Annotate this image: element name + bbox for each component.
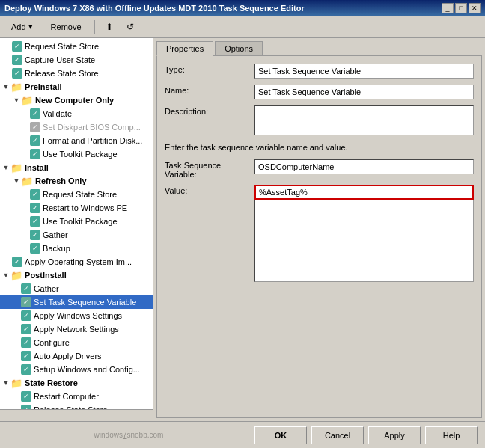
name-field[interactable] [254, 85, 474, 99]
tree-item-restart-computer[interactable]: ✓ Restart Computer [0, 390, 153, 403]
tree-item-format-partition[interactable]: ✓ Format and Partition Disk... [0, 134, 153, 147]
tree-label: New Computer Only [35, 96, 114, 105]
tree-item-postinstall[interactable]: ▼ 📁 PostInstall [0, 269, 153, 282]
cancel-button[interactable]: Cancel [311, 426, 364, 444]
tree-item-validate[interactable]: ✓ Validate [0, 107, 153, 120]
tree-container[interactable]: ✓ Request State Store ✓ Capture User Sta… [0, 38, 153, 409]
tree-label: Set Diskpart BIOS Comp... [43, 123, 141, 132]
window-controls: _ □ ✕ [442, 3, 481, 13]
variable-label: Task Sequence Variable: [165, 159, 254, 179]
tree-item-setup-windows[interactable]: ✓ Setup Windows and Config... [0, 363, 153, 376]
tree-label: Validate [43, 109, 72, 118]
description-value-wrapper [254, 105, 474, 137]
tree-item-backup[interactable]: ✓ Backup [0, 242, 153, 255]
check-icon: ✓ [21, 391, 31, 402]
tree-item-gather[interactable]: ✓ Gather [0, 228, 153, 242]
type-field[interactable] [254, 64, 474, 79]
tree-label: Use Toolkit Package [43, 150, 117, 159]
tree-label: Set Task Sequence Variable [34, 298, 136, 307]
tree-item-release-state-store-2[interactable]: ✓ Release State Store [0, 403, 153, 409]
toolbar: Add ▾ Remove ⬆ ↺ [0, 16, 485, 37]
tree-item-use-toolkit-1[interactable]: ✓ Use Toolkit Package [0, 147, 153, 161]
name-value-wrapper [254, 85, 474, 99]
toolbar-icon-2[interactable]: ↺ [122, 19, 138, 35]
apply-button[interactable]: Apply [368, 426, 421, 444]
tree-label: Gather [43, 230, 68, 239]
main-area: ✓ Request State Store ✓ Capture User Sta… [0, 37, 485, 421]
tree-label: Auto Apply Drivers [34, 352, 101, 360]
tab-bar: Properties Options [153, 38, 485, 55]
variable-field[interactable] [254, 159, 474, 174]
tree-label: Format and Partition Disk... [43, 136, 142, 145]
ok-button[interactable]: OK [254, 426, 307, 444]
value-field[interactable] [254, 185, 474, 200]
tree-label: Install [25, 163, 49, 172]
tree-label: Apply Operating System Im... [25, 257, 132, 266]
tree-label: Request State Store [43, 190, 117, 199]
tab-properties[interactable]: Properties [156, 41, 213, 56]
tree-label: Restart to Windows PE [43, 203, 127, 212]
tree-label: Preinstall [25, 82, 62, 91]
help-button[interactable]: Help [425, 426, 478, 444]
tree-item-apply-windows-settings[interactable]: ✓ Apply Windows Settings [0, 309, 153, 322]
expand-icon: ▼ [1, 378, 10, 387]
folder-icon: 📁 [21, 176, 33, 187]
check-icon: ✓ [21, 283, 31, 294]
folder-icon: 📁 [10, 378, 22, 389]
tree-item-request-state-store-2[interactable]: ✓ Request State Store [0, 188, 153, 201]
tree-item-install[interactable]: ▼ 📁 Install [0, 161, 153, 174]
tree-item-configure[interactable]: ✓ Configure [0, 336, 153, 349]
tree-label: State Restore [25, 378, 78, 387]
tree-item-restart-windows-pe[interactable]: ✓ Restart to Windows PE [0, 201, 153, 215]
tree-label: Release State Store [25, 69, 98, 78]
toolbar-icon-1[interactable]: ⬆ [101, 19, 118, 35]
add-dropdown-arrow[interactable]: ▾ [28, 22, 33, 31]
left-panel: ✓ Request State Store ✓ Capture User Sta… [0, 38, 153, 421]
window-title: Deploy Windows 7 X86 with Offline Update… [4, 4, 305, 13]
description-field[interactable] [254, 105, 474, 135]
expand-icon: ▼ [1, 271, 10, 280]
tree-label: Setup Windows and Config... [34, 365, 140, 374]
tree-item-release-state-store-1[interactable]: ✓ Release State Store [0, 67, 153, 80]
expand-icon: ▼ [1, 82, 10, 91]
tree-item-refresh-only[interactable]: ▼ 📁 Refresh Only [0, 174, 153, 188]
check-icon: ✓ [21, 297, 31, 307]
folder-icon: 📁 [21, 95, 33, 106]
name-label: Name: [165, 85, 254, 95]
variable-row: Task Sequence Variable: [165, 159, 474, 179]
tree-item-auto-apply-drivers[interactable]: ✓ Auto Apply Drivers [0, 349, 153, 363]
value-row: Value: [165, 185, 474, 282]
check-icon: ✓ [12, 257, 22, 267]
minimize-button[interactable]: _ [442, 3, 454, 13]
tree-item-new-computer-only[interactable]: ▼ 📁 New Computer Only [0, 93, 153, 107]
add-button[interactable]: Add ▾ [4, 19, 40, 34]
tree-label: Refresh Only [35, 177, 86, 185]
tree-item-set-diskpart[interactable]: ✓ Set Diskpart BIOS Comp... [0, 120, 153, 134]
tree-item-state-restore[interactable]: ▼ 📁 State Restore [0, 376, 153, 390]
tree-item-gather-postinstall[interactable]: ✓ Gather [0, 282, 153, 295]
tree-item-apply-network-settings[interactable]: ✓ Apply Network Settings [0, 322, 153, 336]
close-button[interactable]: ✕ [469, 3, 481, 13]
type-value-wrapper [254, 64, 474, 79]
value-large-field[interactable] [254, 200, 474, 282]
tree-item-preinstall[interactable]: ▼ 📁 Preinstall [0, 80, 153, 93]
tree-item-request-state-store-1[interactable]: ✓ Request State Store [0, 40, 153, 53]
tree-item-capture-user-state[interactable]: ✓ Capture User State [0, 53, 153, 67]
tree-item-set-task-seq-var[interactable]: ✓ Set Task Sequence Variable [0, 295, 153, 309]
tree-item-use-toolkit-2[interactable]: ✓ Use Toolkit Package [0, 215, 153, 228]
check-icon: ✓ [21, 324, 31, 334]
expand-icon: ▼ [12, 96, 21, 105]
add-label: Add [11, 22, 26, 31]
tree-item-apply-os[interactable]: ✓ Apply Operating System Im... [0, 255, 153, 269]
folder-icon: 📁 [10, 162, 22, 174]
tab-options[interactable]: Options [215, 41, 263, 55]
tree-label: Gather [34, 284, 59, 293]
remove-button[interactable]: Remove [44, 20, 88, 34]
maximize-button[interactable]: □ [455, 3, 467, 13]
tree-horizontal-scrollbar[interactable] [0, 409, 153, 421]
variable-value-wrapper [254, 159, 474, 174]
check-icon: ✓ [21, 364, 31, 375]
tree-label: Apply Windows Settings [34, 311, 122, 320]
check-icon: ✓ [30, 149, 40, 159]
tree-label: Request State Store [25, 42, 99, 51]
